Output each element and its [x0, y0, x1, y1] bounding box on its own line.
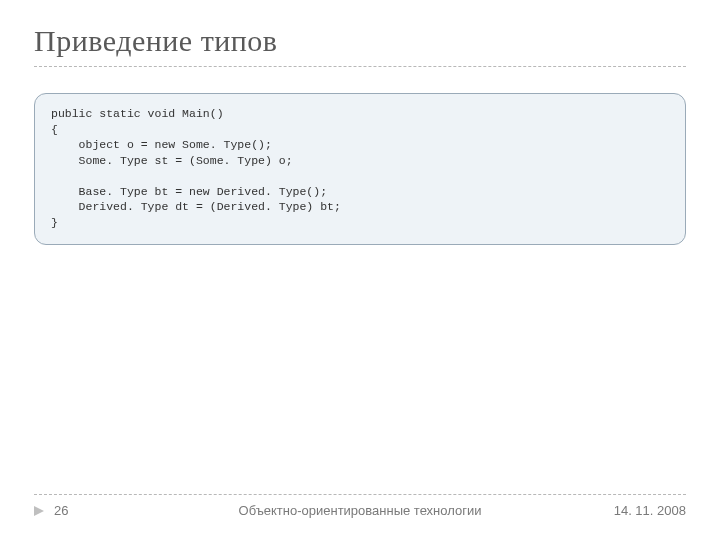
arrow-right-icon: [34, 506, 44, 516]
page-number: 26: [54, 503, 68, 518]
footer-date: 14. 11. 2008: [614, 503, 686, 518]
title-row: Приведение типов: [34, 24, 686, 67]
footer: 26 Объектно-ориентированные технологии 1…: [34, 494, 686, 518]
page-title: Приведение типов: [34, 24, 686, 58]
page-number-group: 26: [34, 503, 68, 518]
footer-course: Объектно-ориентированные технологии: [34, 503, 686, 518]
slide: Приведение типов public static void Main…: [0, 0, 720, 540]
svg-marker-0: [34, 506, 44, 516]
code-block: public static void Main() { object o = n…: [34, 93, 686, 245]
